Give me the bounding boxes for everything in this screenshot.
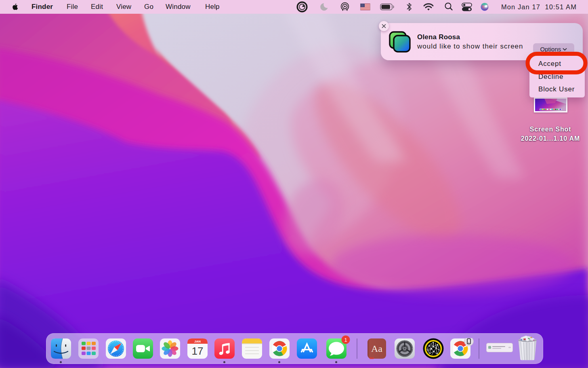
svg-text:1: 1 [344,337,347,343]
svg-text:17: 17 [192,345,204,357]
svg-text:JAN: JAN [194,340,201,343]
svg-text:jpg: jpg [369,357,374,359]
svg-text:Aa: Aa [371,343,382,354]
